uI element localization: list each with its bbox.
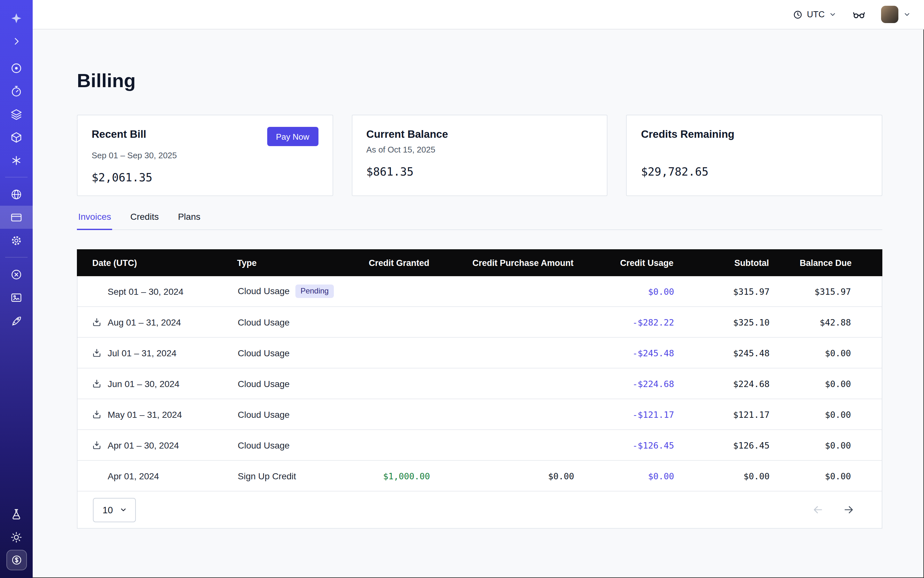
subtotal-value: $121.17 [674,409,770,419]
credit-usage-value: -$282.22 [574,317,674,327]
invoice-type: Cloud Usage [238,440,290,450]
flask-icon[interactable] [0,502,32,526]
cube-icon[interactable] [0,126,32,149]
next-page-button[interactable] [842,503,855,516]
credits-remaining-card: Credits Remaining $29,782.65 [626,115,882,196]
collapse-chevron-right-icon[interactable] [0,29,32,52]
column-header: Credit Purchase Amount [429,258,573,268]
subtotal-value: $315.97 [674,286,770,296]
credit-usage-value: $0.00 [574,471,674,481]
table-body: Sept 01 – 30, 2024 Cloud Usage Pending $… [78,276,882,492]
balance-due-value: $315.97 [770,286,882,296]
prev-page-button[interactable] [811,503,824,516]
card-amount: $861.35 [366,165,593,178]
summary-cards: Recent Bill Pay Now Sep 01 – Sep 30, 202… [77,115,882,196]
chevron-down-icon [828,10,837,19]
credit-granted-value: $1,000.00 [334,471,430,481]
download-icon[interactable] [92,378,102,389]
column-header: Balance Due [769,258,882,268]
circle-x-icon[interactable] [0,263,32,286]
gear-icon[interactable] [0,229,32,252]
dollar-coin-icon[interactable] [6,550,27,570]
billing-tabs: Invoices Credits Plans [77,211,882,230]
invoice-date: Aug 01 – 31, 2024 [108,317,181,327]
invoice-date: Jul 01 – 31, 2024 [108,347,177,358]
credit-usage-value: $0.00 [574,286,674,296]
subtotal-value: $245.48 [674,347,770,358]
subtotal-value: $224.68 [674,378,770,389]
timezone-label: UTC [807,10,825,19]
globe-icon[interactable] [0,183,32,206]
column-header: Type [237,258,333,268]
table-row: Apr 01, 2024 Sign Up Credit $1,000.00 $0… [78,461,882,492]
table-footer: 10 [78,492,882,528]
user-menu[interactable] [881,6,911,23]
card-title: Current Balance [366,128,448,140]
credit-usage-value: -$121.17 [574,409,674,419]
tab-plans[interactable]: Plans [177,211,201,230]
card-amount: $2,061.35 [92,171,318,184]
subtotal-value: $0.00 [674,471,770,481]
page-size-value: 10 [102,505,113,515]
credit-usage-value: -$224.68 [574,378,674,389]
arrow-left-icon [812,504,824,516]
credit-card-icon[interactable] [0,206,32,229]
glasses-icon[interactable] [852,8,866,21]
column-header: Credit Usage [573,258,674,268]
disc-icon[interactable] [0,57,32,80]
page-size-select[interactable]: 10 [93,498,136,522]
billing-app: UTC Billing Recent Bill Pay Now [0,0,924,578]
column-header: Date (UTC) [77,258,237,268]
sidebar-divider [5,177,28,177]
clock-icon [793,9,803,19]
invoice-date: Apr 01 – 30, 2024 [108,440,179,450]
subtotal-value: $325.10 [674,317,770,327]
timezone-selector[interactable]: UTC [793,9,837,19]
content: Billing Recent Bill Pay Now Sep 01 – Sep… [32,29,924,578]
credit-usage-value: -$245.48 [574,347,674,358]
credit-usage-value: -$126.45 [574,440,674,450]
table-row: Sept 01 – 30, 2024 Cloud Usage Pending $… [78,276,882,307]
column-header: Subtotal [674,258,769,268]
card-amount: $29,782.65 [641,165,867,178]
page-title: Billing [77,68,882,94]
credit-purchase-value: $0.00 [430,471,574,481]
tab-credits[interactable]: Credits [129,211,160,230]
download-icon[interactable] [92,440,102,450]
table-row: May 01 – 31, 2024 Cloud Usage -$121.17 $… [78,399,882,430]
sidebar [0,0,32,578]
invoice-type: Cloud Usage [238,409,290,419]
invoice-type: Cloud Usage [238,378,290,389]
rocket-icon[interactable] [0,309,32,332]
balance-due-value: $0.00 [770,347,882,358]
tab-invoices[interactable]: Invoices [77,211,112,230]
download-icon[interactable] [92,317,102,327]
invoice-type: Sign Up Credit [238,471,296,481]
sun-icon[interactable] [0,526,32,549]
subtotal-value: $126.45 [674,440,770,450]
invoice-type: Cloud Usage [238,347,290,358]
user-avatar[interactable] [881,6,898,23]
card-subtitle [641,145,867,155]
arrow-right-icon [842,504,854,516]
table-row: Jul 01 – 31, 2024 Cloud Usage -$245.48 $… [78,338,882,369]
timer-icon[interactable] [0,80,32,102]
invoice-date: May 01 – 31, 2024 [108,409,182,419]
invoice-date: Jun 01 – 30, 2024 [108,378,179,389]
pay-now-button[interactable]: Pay Now [267,127,318,146]
asterisk-icon[interactable] [0,149,32,172]
logo-star-icon[interactable] [0,6,32,29]
download-icon[interactable] [92,347,102,358]
card-title: Recent Bill [92,128,146,140]
card-title: Credits Remaining [641,128,735,140]
image-icon[interactable] [0,286,32,309]
sidebar-divider [5,257,28,258]
invoice-type: Cloud Usage [238,317,290,327]
invoice-date: Sept 01 – 30, 2024 [108,286,184,296]
invoices-table: Date (UTC) Type Credit Granted Credit Pu… [77,249,882,529]
download-icon[interactable] [92,409,102,419]
layers-icon[interactable] [0,102,32,126]
card-subtitle: Sep 01 – Sep 30, 2025 [92,151,318,161]
chevron-down-icon [119,506,128,514]
invoice-date: Apr 01, 2024 [108,471,159,481]
